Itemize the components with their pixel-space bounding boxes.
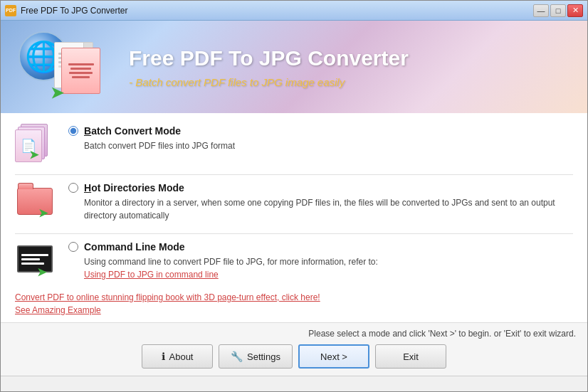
hotdir-mode-row: ➤ Hot Directories Mode Monitor a directo… [15,181,573,222]
exit-button[interactable]: Exit [375,344,446,369]
hotdir-arrow-icon: ➤ [38,206,48,220]
title-bar: PDF Free PDF To JPG Converter — □ ✕ [1,1,587,21]
about-button[interactable]: ℹ About [142,344,213,369]
main-window: PDF Free PDF To JPG Converter — □ ✕ [0,0,588,392]
about-label: About [169,351,194,362]
cmd-line-3 [21,263,44,265]
app-logo: ➤ [15,28,115,106]
exit-label: Exit [403,351,419,362]
settings-label: Settings [247,351,280,362]
button-row: ℹ About 🔧 Settings Next > Exit [12,344,576,369]
cmd-line-1 [21,254,48,256]
header-banner: ➤ Free PDF To JPG Converter - Batch conv… [1,21,587,113]
batch-mode-title: Batch Convert Mode [84,125,181,137]
cmdline-title-row[interactable]: Command Line Mode [68,241,573,253]
cmdline-mode-desc: Using command line to convert PDF file t… [84,255,573,281]
window-controls: — □ ✕ [533,4,583,17]
conversion-arrow-icon: ➤ [51,84,63,102]
divider-1 [15,174,573,175]
cmd-line-2 [21,258,41,260]
flipbook-link[interactable]: Convert PDF to online stunning flipping … [15,292,573,302]
main-content: 📄 ➤ Batch Convert Mode Batch convert PDF… [1,113,587,322]
cmdline-link[interactable]: Using PDF to JPG in command line [84,270,219,280]
example-link[interactable]: See Amazing Example [15,305,573,315]
header-text: Free PDF To JPG Converter - Batch conver… [129,46,409,88]
cmdline-mode-row: ➤ Command Line Mode Using command line t… [15,240,573,281]
hotdir-underline-char: H [84,182,91,194]
batch-title-rest: atch Convert Mode [91,125,181,137]
document-front-icon [61,48,100,94]
hotdir-mode-info: Hot Directories Mode Monitor a directory… [68,181,573,222]
cmd-box-icon [17,245,53,272]
batch-title-row[interactable]: Batch Convert Mode [68,125,573,137]
app-icon: PDF [5,5,16,16]
batch-mode-radio[interactable] [68,126,78,136]
cmd-icon-group: ➤ [17,240,56,279]
batch-mode-info: Batch Convert Mode Batch convert PDF fil… [68,124,573,152]
cmdline-mode-radio[interactable] [68,242,78,252]
next-label: Next > [320,351,347,362]
logo-stack: ➤ [15,28,115,106]
cmdline-mode-info: Command Line Mode Using command line to … [68,240,573,281]
batch-arrow-icon: ➤ [29,148,38,161]
footer-area: Please select a mode and click 'Next >' … [1,322,587,376]
batch-underline-char: B [84,125,91,137]
minimize-button[interactable]: — [533,4,549,17]
hotdir-mode-radio[interactable] [68,183,78,193]
hotdir-title-row[interactable]: Hot Directories Mode [68,182,573,194]
close-button[interactable]: ✕ [567,4,583,17]
hotdir-title-rest: ot Directories Mode [91,182,184,194]
cmd-arrow-icon: ➤ [37,265,46,279]
batch-mode-row: 📄 ➤ Batch Convert Mode Batch convert PDF… [15,124,573,163]
cmdline-mode-title: Command Line Mode [84,241,185,253]
batch-mode-icon: 📄 ➤ [15,124,58,163]
app-title: Free PDF To JPG Converter [129,46,409,70]
divider-2 [15,233,573,234]
next-button[interactable]: Next > [298,344,369,369]
app-icon-text: PDF [6,8,16,13]
about-icon: ℹ [162,351,165,362]
settings-button[interactable]: 🔧 Settings [219,344,293,369]
app-subtitle: - Batch convert PDF files to JPG image e… [129,76,409,88]
hotdir-icon-group: ➤ [17,181,56,220]
hotdir-mode-desc: Monitor a directory in a server, when so… [84,196,573,222]
settings-icon: 🔧 [231,351,243,362]
cmdline-desc-text: Using command line to convert PDF file t… [84,257,378,267]
status-text: Please select a mode and click 'Next >' … [12,329,576,339]
cmdline-mode-icon: ➤ [15,240,58,279]
maximize-button[interactable]: □ [550,4,566,17]
batch-mode-desc: Batch convert PDF files into JPG format [84,139,573,152]
hotdir-mode-title: Hot Directories Mode [84,182,184,194]
status-bar [1,376,587,391]
window-title: Free PDF To JPG Converter [21,6,533,16]
hotdir-mode-icon: ➤ [15,181,58,220]
